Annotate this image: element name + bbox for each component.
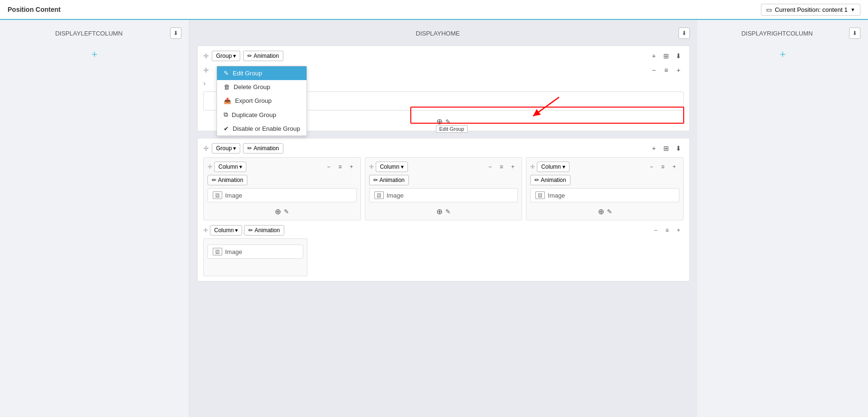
center-col-down-button[interactable]: ⬇	[678, 27, 690, 39]
export-group-label: Export Group	[235, 97, 271, 104]
right-col-down-button[interactable]: ⬇	[849, 27, 860, 39]
col1-lines-icon[interactable]: ≡	[335, 162, 345, 172]
col1-image-widget[interactable]: 🖼 Image	[208, 188, 357, 202]
left-col-down-button[interactable]: ⬇	[170, 27, 181, 39]
col-block-3-header: ✛ Column ▾ − ≡ +	[530, 162, 679, 172]
add-group2-icon-button[interactable]: +	[649, 143, 659, 154]
col-block-3-left: ✛ Column ▾	[530, 162, 569, 172]
bottom-image-widget[interactable]: 🖼 Image	[208, 245, 303, 259]
col3-plus-icon[interactable]: +	[669, 162, 679, 172]
col3-edit-icon[interactable]: ✎	[607, 208, 612, 215]
image2-icon: 🖼	[374, 191, 384, 199]
export-icon: 📤	[224, 97, 231, 104]
disable-group-label: Disable or Enable Group	[233, 125, 300, 132]
col3-add-widget-row: ⊕ ✎	[530, 204, 679, 216]
duplicate-icon: ⧉	[224, 111, 228, 118]
right-arrow-icon[interactable]: ›	[203, 79, 206, 88]
col1-dropdown-button[interactable]: Column ▾	[214, 162, 246, 172]
left-column-title: DISPLAYLEFTCOLUMN	[8, 30, 170, 37]
plus2-icon-button[interactable]: +	[673, 65, 684, 75]
dropdown-delete-group[interactable]: 🗑 Delete Group	[217, 80, 307, 94]
col1-animation-button[interactable]: ✏ Animation	[208, 175, 247, 185]
col3-dropdown-button[interactable]: Column ▾	[537, 162, 569, 172]
dropdown-edit-group[interactable]: ✎ Edit Group	[217, 66, 307, 80]
col1-label: Column	[218, 163, 238, 170]
dropdown-disable-group[interactable]: ✔ Disable or Enable Group	[217, 122, 307, 136]
col2-minus-icon[interactable]: −	[485, 162, 495, 172]
bottom-col-plus-icon[interactable]: +	[673, 225, 684, 236]
bottom-col-label: Column	[214, 227, 234, 234]
page-title: Position Content	[8, 6, 61, 13]
pencil3-icon: ✏	[212, 177, 217, 183]
left-add-icon[interactable]: +	[91, 48, 98, 61]
check-icon: ✔	[224, 125, 229, 132]
dropdown-duplicate-group[interactable]: ⧉ Duplicate Group	[217, 108, 307, 122]
bottom-col-animation-button[interactable]: ✏ Animation	[244, 225, 284, 236]
top-bar: Position Content ▭ Current Position: con…	[0, 0, 868, 20]
col-block-2-left: ✛ Column ▾	[369, 162, 408, 172]
col1-edit-icon[interactable]: ✎	[284, 208, 289, 215]
group2-chevron-icon: ▾	[233, 145, 236, 152]
col3-image-widget[interactable]: 🖼 Image	[530, 188, 679, 202]
group-dropdown-button[interactable]: Group ▾	[212, 51, 240, 61]
pencil4-icon: ✏	[373, 177, 378, 183]
col-block-2: ✛ Column ▾ − ≡ + ✏	[365, 157, 523, 220]
drag-handle-icon[interactable]: ✛	[203, 52, 209, 60]
col2-lines-icon[interactable]: ≡	[496, 162, 506, 172]
col2-chevron-icon: ▾	[401, 163, 404, 170]
col3-minus-icon[interactable]: −	[646, 162, 657, 172]
add-group-icon-button[interactable]: +	[649, 51, 659, 61]
col-block-2-right: − ≡ +	[485, 162, 518, 172]
left-add-button[interactable]: +	[8, 48, 181, 61]
col2-dropdown-button[interactable]: Column ▾	[376, 162, 408, 172]
col3-animation-button[interactable]: ✏ Animation	[530, 175, 570, 185]
bottom-col-minus-icon[interactable]: −	[651, 225, 661, 236]
col3-lines-icon[interactable]: ≡	[658, 162, 668, 172]
drag-handle2-icon[interactable]: ✛	[203, 66, 209, 74]
col1-minus-icon[interactable]: −	[324, 162, 334, 172]
group-block-2: ✛ Group ▾ ✏ Animation + ⊞ ⬇	[197, 138, 690, 281]
bottom-col-dropdown-button[interactable]: Column ▾	[210, 225, 242, 236]
col2-image-widget[interactable]: 🖼 Image	[369, 188, 518, 202]
lines-icon-button[interactable]: ≡	[661, 65, 671, 75]
col3-add-icon[interactable]: ⊕	[598, 207, 604, 216]
col2-add-icon[interactable]: ⊕	[436, 207, 443, 216]
dropdown-export-group[interactable]: 📤 Export Group	[217, 94, 307, 108]
col-drag-2-icon[interactable]: ✛	[369, 163, 374, 170]
position-selector[interactable]: ▭ Current Position: content 1 ▼	[761, 4, 860, 16]
position-selector-label: Current Position: content 1	[775, 6, 848, 13]
group2-animation-button[interactable]: ✏ Animation	[243, 143, 283, 154]
col3-label: Column	[541, 163, 561, 170]
right-add-button[interactable]: +	[705, 48, 860, 61]
pencil6-icon: ✏	[248, 227, 253, 234]
col-block-1-right: − ≡ +	[324, 162, 357, 172]
col1-chevron-icon: ▾	[239, 163, 242, 170]
edit-pencil-icon[interactable]: ✎	[445, 118, 451, 126]
col-drag-3-icon[interactable]: ✛	[530, 163, 535, 170]
grid2-icon-button[interactable]: ⊞	[661, 143, 671, 154]
group-animation-button[interactable]: ✏ Animation	[243, 51, 283, 61]
col1-add-icon[interactable]: ⊕	[275, 207, 281, 216]
down-icon-button[interactable]: ⬇	[673, 51, 684, 61]
minus-icon-button[interactable]: −	[649, 65, 659, 75]
col-block-3: ✛ Column ▾ − ≡ + ✏	[526, 157, 684, 220]
drag-handle3-icon[interactable]: ✛	[203, 145, 209, 152]
col2-plus-icon[interactable]: +	[507, 162, 518, 172]
center-column-header: DISPLAYHOME ⬇	[197, 27, 690, 39]
grid-icon-button[interactable]: ⊞	[661, 51, 671, 61]
col-drag-4-icon[interactable]: ✛	[203, 227, 208, 234]
col2-animation-button[interactable]: ✏ Animation	[369, 175, 409, 185]
bottom-col-lines-icon[interactable]: ≡	[662, 225, 672, 236]
duplicate-group-label: Duplicate Group	[232, 111, 276, 118]
group2-animation-label: Animation	[253, 145, 279, 152]
col1-animation-label: Animation	[218, 177, 243, 183]
col2-edit-icon[interactable]: ✎	[445, 208, 451, 215]
down2-icon-button[interactable]: ⬇	[673, 143, 684, 154]
svg-line-0	[533, 97, 559, 116]
chevron-down-icon: ▼	[850, 7, 855, 12]
group2-dropdown-button[interactable]: Group ▾	[212, 143, 240, 154]
col1-plus-icon[interactable]: +	[346, 162, 357, 172]
col-drag-1-icon[interactable]: ✛	[208, 163, 212, 170]
right-add-icon[interactable]: +	[780, 48, 786, 61]
col-block-2-header: ✛ Column ▾ − ≡ +	[369, 162, 518, 172]
